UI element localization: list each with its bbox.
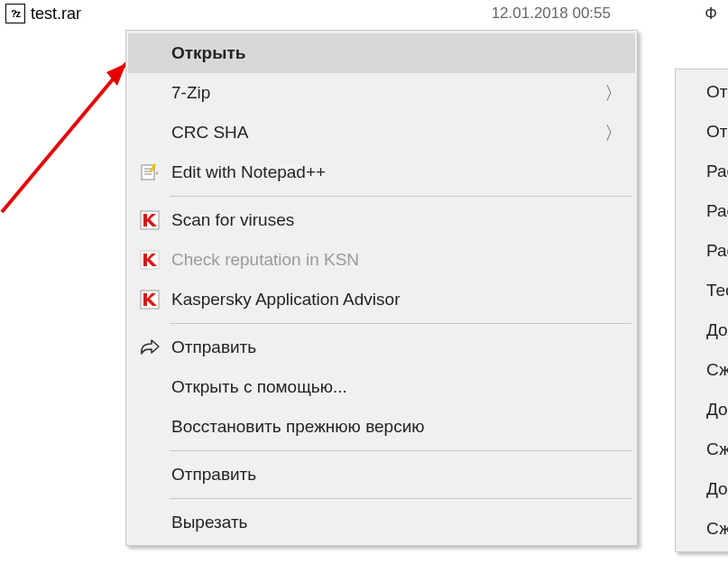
menu-item-share[interactable]: Отправить [128,328,635,367]
submenu-item[interactable]: Рас [677,231,728,271]
submenu-label: Доб [704,400,728,420]
blank-icon [131,508,169,537]
menu-label-scan-viruses: Scan for viruses [169,210,630,230]
submenu-7zip: Отк Отк Рас Рас Рас Тес Доб Сж Доб Сж До… [675,69,728,552]
context-menu: Открыть 7-Zip 〉 CRC SHA 〉 Edit with Note… [125,30,638,546]
menu-label-cut: Вырезать [169,513,630,532]
blank-icon [131,373,169,402]
kaspersky-icon [131,206,169,235]
menu-item-scan-viruses[interactable]: Scan for viruses [128,200,635,240]
submenu-item[interactable]: Сж [677,350,728,390]
menu-item-crcsha[interactable]: CRC SHA 〉 [128,113,635,153]
file-entry[interactable]: ?z test.rar [5,4,723,23]
submenu-item[interactable]: Тес [677,271,728,310]
menu-label-edit-notepadpp: Edit with Notepad++ [169,162,630,182]
menu-label-open-with: Открыть с помощью... [169,377,630,397]
menu-label-7zip: 7-Zip [169,83,604,103]
menu-item-check-ksn: Check reputation in KSN [128,240,635,280]
submenu-label: Рас [704,241,728,261]
submenu-label: Рас [704,162,728,181]
submenu-label: Доб [704,479,728,499]
menu-separator [170,498,631,499]
submenu-item[interactable]: Отк [677,72,728,112]
menu-item-restore-previous[interactable]: Восстановить прежнюю версию [128,407,635,447]
kaspersky-icon [131,285,169,314]
chevron-right-icon: 〉 [604,121,630,145]
share-icon [131,333,169,362]
submenu-item[interactable]: Доб [677,390,728,430]
menu-item-kaspersky-advisor[interactable]: Kaspersky Application Advisor [128,280,635,319]
menu-label-restore-previous: Восстановить прежнюю версию [169,417,630,437]
submenu-label: Отк [704,82,728,102]
menu-separator [170,450,631,451]
submenu-label: Сж [704,439,728,459]
svg-marker-7 [156,171,158,175]
submenu-item[interactable]: Сж [677,509,728,549]
menu-label-send-to: Отправить [169,465,630,485]
menu-item-edit-notepadpp[interactable]: Edit with Notepad++ [128,153,635,192]
kaspersky-icon [131,245,169,274]
menu-label-check-ksn: Check reputation in KSN [169,250,630,270]
menu-item-open[interactable]: Открыть [128,33,635,73]
annotation-arrow [0,27,144,217]
blank-icon [131,79,169,107]
svg-line-0 [2,63,126,212]
menu-item-open-with[interactable]: Открыть с помощью... [128,367,635,407]
submenu-item[interactable]: Отк [677,112,728,152]
svg-marker-1 [106,63,126,86]
menu-item-7zip[interactable]: 7-Zip 〉 [128,73,635,113]
blank-icon [131,39,169,68]
file-icon-7z: ?z [5,4,25,23]
menu-separator [170,196,631,197]
submenu-label: Тес [704,281,728,300]
blank-icon [131,118,169,147]
submenu-label: Сж [704,519,728,539]
menu-label-kaspersky-advisor: Kaspersky Application Advisor [169,290,630,310]
menu-item-send-to[interactable]: Отправить [128,455,635,495]
menu-item-cut[interactable]: Вырезать [128,503,635,542]
blank-icon [131,412,169,441]
submenu-item[interactable]: Доб [677,310,728,350]
chevron-right-icon: 〉 [604,81,630,106]
file-column-letter: Ф [705,5,717,23]
submenu-label: Доб [704,320,728,340]
submenu-item[interactable]: Рас [677,152,728,191]
menu-label-share: Отправить [169,337,630,357]
blank-icon [131,460,169,489]
submenu-label: Отк [704,122,728,142]
menu-label-crcsha: CRC SHA [169,123,604,143]
submenu-label: Сж [704,360,728,380]
file-name: test.rar [31,5,81,23]
notepadpp-icon [131,158,169,187]
file-date: 12.01.2018 00:55 [492,5,611,23]
submenu-item[interactable]: Доб [677,469,728,509]
file-row[interactable]: ?z test.rar 12.01.2018 00:55 Ф [0,0,728,27]
menu-label-open: Открыть [169,43,630,63]
submenu-label: Рас [704,201,728,221]
menu-separator [170,323,631,324]
submenu-item[interactable]: Сж [677,430,728,469]
submenu-item[interactable]: Рас [677,191,728,231]
